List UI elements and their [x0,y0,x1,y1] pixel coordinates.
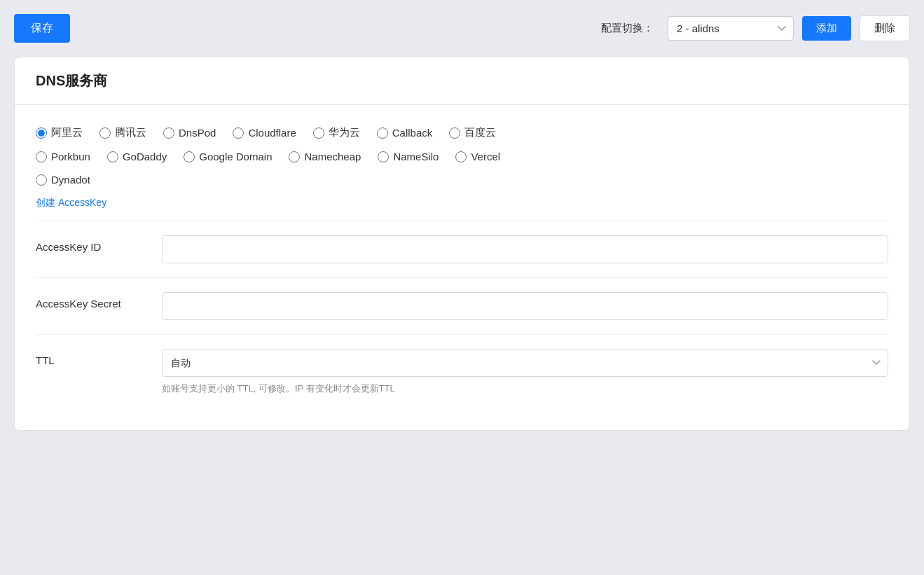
provider-vercel[interactable]: Vercel [455,151,500,162]
ttl-select[interactable]: 自动 60 120 300 600 1800 3600 [162,349,888,377]
accesskey-secret-row: AccessKey Secret [36,277,888,334]
create-accesskey-link[interactable]: 创建 AccessKey [36,197,106,208]
accesskey-id-control [162,235,888,263]
provider-dnspod[interactable]: DnsPod [163,127,216,139]
provider-row-1: 阿里云 腾讯云 DnsPod Cloudflare 华为云 [36,126,888,139]
config-switch-label: 配置切换： [601,22,654,35]
accesskey-secret-control [162,292,888,320]
provider-namesilo-label: NameSilo [393,151,439,162]
provider-callback-label: Callback [392,127,433,139]
provider-googledomain[interactable]: Google Domain [184,151,272,162]
top-bar-right: 配置切换： 1 - default 2 - alidns 3 - custom … [601,15,910,41]
top-bar-left: 保存 [14,14,70,43]
card-body: 阿里云 腾讯云 DnsPod Cloudflare 华为云 [15,105,909,430]
provider-dnspod-label: DnsPod [179,127,216,139]
ttl-row: TTL 自动 60 120 300 600 1800 3600 如账号支持更小的… [36,334,888,409]
form-section: AccessKey ID AccessKey Secret TTL 自动 60 [36,221,888,409]
card-title: DNS服务商 [36,71,888,90]
card-header: DNS服务商 [15,57,909,105]
save-button[interactable]: 保存 [14,14,70,43]
provider-huaweicloud[interactable]: 华为云 [313,126,360,139]
accesskey-secret-label: AccessKey Secret [36,292,162,310]
provider-aliyun-label: 阿里云 [51,126,83,139]
config-select[interactable]: 1 - default 2 - alidns 3 - custom [668,16,794,41]
provider-huaweicloud-label: 华为云 [329,126,360,139]
create-accesskey-container: 创建 AccessKey [36,197,888,209]
provider-dynadot[interactable]: Dynadot [36,174,90,186]
top-bar: 保存 配置切换： 1 - default 2 - alidns 3 - cust… [14,14,910,43]
provider-row-3: Dynadot [36,174,888,186]
provider-tencentcloud-label: 腾讯云 [115,126,146,139]
provider-namesilo[interactable]: NameSilo [378,151,439,162]
provider-baiduyun-label: 百度云 [464,126,496,139]
provider-namecheap[interactable]: Namecheap [289,151,361,162]
provider-googledomain-label: Google Domain [199,151,272,162]
provider-tencentcloud[interactable]: 腾讯云 [99,126,146,139]
provider-porkbun-label: Porkbun [51,151,90,162]
provider-dynadot-label: Dynadot [51,174,90,186]
provider-godaddy[interactable]: GoDaddy [107,151,167,162]
provider-row-2: Porkbun GoDaddy Google Domain Namecheap … [36,151,888,162]
provider-callback[interactable]: Callback [377,127,433,139]
provider-aliyun[interactable]: 阿里云 [36,126,83,139]
provider-cloudflare[interactable]: Cloudflare [233,127,296,139]
provider-vercel-label: Vercel [471,151,500,162]
provider-baiduyun[interactable]: 百度云 [449,126,496,139]
accesskey-id-label: AccessKey ID [36,235,162,253]
ttl-hint: 如账号支持更小的 TTL, 可修改。IP 有变化时才会更新TTL [162,382,888,395]
main-card: DNS服务商 阿里云 腾讯云 DnsPod [14,57,910,431]
provider-namecheap-label: Namecheap [304,151,361,162]
add-button[interactable]: 添加 [802,16,851,41]
delete-button[interactable]: 删除 [860,15,910,41]
ttl-label: TTL [36,349,162,366]
dns-providers-section: 阿里云 腾讯云 DnsPod Cloudflare 华为云 [36,126,888,209]
provider-porkbun[interactable]: Porkbun [36,151,90,162]
ttl-control: 自动 60 120 300 600 1800 3600 如账号支持更小的 TTL… [162,349,888,395]
accesskey-id-input[interactable] [162,235,888,263]
provider-godaddy-label: GoDaddy [123,151,167,162]
provider-cloudflare-label: Cloudflare [248,127,296,139]
accesskey-id-row: AccessKey ID [36,221,888,277]
accesskey-secret-input[interactable] [162,292,888,320]
